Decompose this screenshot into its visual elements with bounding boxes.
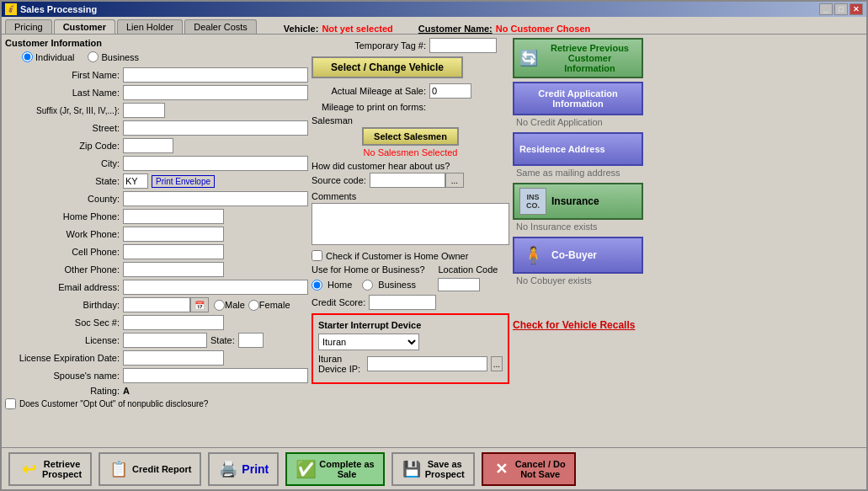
location-code-input[interactable] <box>438 278 480 291</box>
ituran-browse-button[interactable]: ... <box>491 356 503 371</box>
tab-dealer-costs[interactable]: Dealer Costs <box>184 19 257 34</box>
salesman-section-label: Salesman <box>312 115 509 125</box>
suffix-row: Suffix (Jr, Sr, III, IV,...}: <box>5 103 308 118</box>
license-state-input[interactable] <box>238 333 264 348</box>
work-phone-input[interactable] <box>123 227 224 242</box>
source-code-browse-button[interactable]: ... <box>445 173 464 188</box>
zip-input[interactable] <box>123 138 173 153</box>
city-input[interactable] <box>123 156 308 171</box>
male-radio[interactable] <box>214 300 225 311</box>
female-radio[interactable] <box>248 300 259 311</box>
cell-phone-input[interactable] <box>123 244 224 259</box>
street-row: Street: <box>5 120 308 136</box>
county-input[interactable] <box>123 191 308 206</box>
no-credit-app-text: No Credit Application <box>516 117 863 127</box>
cell-phone-label: Cell Phone: <box>5 247 123 257</box>
maximize-button[interactable]: □ <box>834 3 848 15</box>
rating-row: Rating: A <box>5 386 308 396</box>
complete-icon: ✅ <box>296 459 316 479</box>
birthday-label: Birthday: <box>5 300 123 310</box>
street-input[interactable] <box>123 120 308 136</box>
opt-out-label: Does Customer "Opt Out" of nonpublic dis… <box>19 399 208 408</box>
suffix-input[interactable] <box>123 103 165 118</box>
select-change-vehicle-button[interactable]: Select / Change Vehicle <box>312 56 463 78</box>
no-insurance-text: No Insurance exists <box>516 221 863 232</box>
window-controls: _ □ ✕ <box>819 3 863 15</box>
check-vehicle-recalls-link[interactable]: Check for Vehicle Recalls <box>513 319 635 331</box>
opt-out-checkbox[interactable] <box>5 398 16 409</box>
cell-phone-row: Cell Phone: <box>5 244 308 259</box>
city-label: City: <box>5 158 123 168</box>
work-phone-row: Work Phone: <box>5 227 308 242</box>
spouse-row: Spouse's name: <box>5 368 308 383</box>
home-owner-checkbox[interactable] <box>312 250 322 261</box>
calendar-button[interactable]: 📅 <box>190 297 209 312</box>
print-button[interactable]: 🖨️ Print <box>208 452 279 486</box>
female-label: Female <box>259 300 290 310</box>
print-envelope-button[interactable]: Print Envelope <box>152 175 215 188</box>
retrieve-customer-button[interactable]: 🔄 Retrieve Previous Customer Information <box>513 38 643 78</box>
opt-out-row: Does Customer "Opt Out" of nonpublic dis… <box>5 398 308 409</box>
comments-textarea[interactable] <box>312 203 509 245</box>
app-icon: 💰 <box>5 3 17 15</box>
soc-sec-input[interactable] <box>123 315 224 330</box>
tab-pricing[interactable]: Pricing <box>5 19 52 34</box>
actual-mileage-input[interactable] <box>429 83 471 99</box>
home-phone-input[interactable] <box>123 209 224 224</box>
spouse-input[interactable] <box>123 368 308 383</box>
individual-radio[interactable]: Individual <box>22 51 74 62</box>
credit-report-label: Credit Report <box>132 464 191 474</box>
starter-device-select[interactable]: Ituran <box>318 334 419 350</box>
last-name-row: Last Name: <box>5 85 308 100</box>
starter-interrupt-box: Starter Interrupt Device Ituran Ituran D… <box>312 313 509 384</box>
state-label: State: <box>5 176 123 186</box>
save-prospect-button[interactable]: 💾 Save as Prospect <box>391 452 475 486</box>
email-input[interactable] <box>123 280 308 295</box>
insurance-button[interactable]: INSCO. Insurance <box>513 183 643 220</box>
credit-score-input[interactable] <box>369 295 436 310</box>
license-row: License: State: <box>5 333 308 348</box>
minimize-button[interactable]: _ <box>819 3 833 15</box>
other-phone-input[interactable] <box>123 262 224 277</box>
spouse-label: Spouse's name: <box>5 371 123 381</box>
street-label: Street: <box>5 123 123 133</box>
business-radio-input[interactable] <box>88 51 99 62</box>
close-button[interactable]: ✕ <box>849 3 863 15</box>
residence-address-button[interactable]: Residence Address <box>513 132 643 166</box>
select-salesman-button[interactable]: Select Salesmen <box>362 127 459 146</box>
suffix-label: Suffix (Jr, Sr, III, IV,...}: <box>5 106 123 115</box>
last-name-input[interactable] <box>123 85 308 100</box>
zip-label: Zip Code: <box>5 141 123 151</box>
mileage-print-label: Mileage to print on forms: <box>312 102 429 112</box>
complete-sale-button[interactable]: ✅ Complete as Sale <box>285 452 384 486</box>
vehicle-label: Vehicle: <box>284 24 319 34</box>
state2-label: State: <box>210 335 235 345</box>
license-exp-input[interactable] <box>123 350 224 366</box>
credit-report-button[interactable]: 📋 Credit Report <box>99 452 201 486</box>
last-name-label: Last Name: <box>5 88 123 98</box>
right-panel: 🔄 Retrieve Previous Customer Information… <box>513 38 863 442</box>
birthday-input[interactable] <box>123 297 190 312</box>
individual-radio-input[interactable] <box>22 51 33 62</box>
credit-app-button[interactable]: Credit Application Information <box>513 82 643 115</box>
cancel-button[interactable]: ✕ Cancel / Do Not Save <box>482 452 576 486</box>
rating-value: A <box>123 386 130 396</box>
business-use-label: Business <box>378 280 416 290</box>
soc-sec-row: Soc Sec #: <box>5 315 308 330</box>
tab-customer[interactable]: Customer <box>54 19 115 34</box>
ituran-ip-input[interactable] <box>367 356 487 371</box>
first-name-input[interactable] <box>123 67 308 83</box>
state-input[interactable] <box>123 173 148 189</box>
cobuyer-button[interactable]: 🧍 Co-Buyer <box>513 237 643 274</box>
credit-report-icon: 📋 <box>109 459 129 479</box>
source-code-input[interactable] <box>370 173 445 188</box>
business-radio[interactable]: Business <box>88 51 139 62</box>
first-name-label: First Name: <box>5 70 123 80</box>
temp-tag-input[interactable] <box>429 38 497 53</box>
license-input[interactable] <box>123 333 207 348</box>
home-radio[interactable] <box>312 280 322 291</box>
tab-lien-holder[interactable]: Lien Holder <box>117 19 183 34</box>
customer-name-value: No Customer Chosen <box>496 24 590 34</box>
retrieve-prospect-button[interactable]: ↩ Retrieve Prospect <box>8 452 92 486</box>
business-use-radio[interactable] <box>362 280 373 291</box>
